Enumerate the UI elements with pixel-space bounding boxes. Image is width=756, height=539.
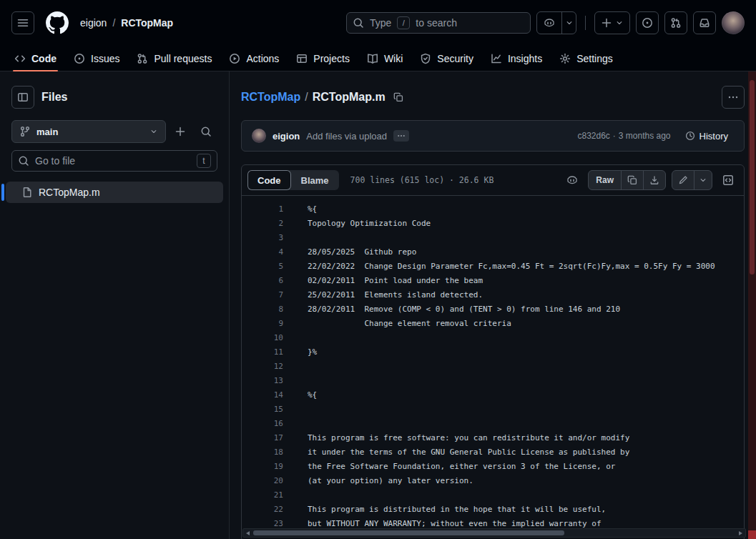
breadcrumb-owner[interactable]: eigion <box>80 17 107 29</box>
line-number[interactable]: 11 <box>242 345 283 360</box>
copilot-icon <box>544 17 555 29</box>
inbox-button[interactable] <box>693 11 716 34</box>
global-search-input[interactable]: Type / to search <box>346 12 531 34</box>
download-button[interactable] <box>643 171 665 189</box>
tab-projects[interactable]: Projects <box>288 46 358 71</box>
line-content <box>283 488 308 503</box>
settings-gear-icon <box>559 53 571 64</box>
code-icon <box>14 53 26 64</box>
line-number[interactable]: 13 <box>242 374 283 388</box>
history-clock-icon <box>685 131 695 141</box>
commit-author-avatar[interactable] <box>252 129 266 143</box>
copilot-button[interactable] <box>537 12 561 34</box>
commit-author[interactable]: eigion <box>273 131 300 142</box>
add-file-button[interactable] <box>169 120 192 143</box>
file-breadcrumb-repo[interactable]: RCTopMap <box>241 91 300 104</box>
line-number[interactable]: 3 <box>242 231 283 245</box>
edit-dropdown-button[interactable] <box>694 171 712 189</box>
user-avatar[interactable] <box>722 11 745 34</box>
tab-issues[interactable]: Issues <box>65 46 128 71</box>
line-number[interactable]: 6 <box>242 274 283 288</box>
line-number[interactable]: 19 <box>242 460 283 474</box>
line-number[interactable]: 20 <box>242 474 283 488</box>
line-content: 28/05/2025 Github repo <box>283 245 416 259</box>
edit-group <box>672 170 712 190</box>
horizontal-scrollbar[interactable] <box>242 528 746 538</box>
line-number[interactable]: 10 <box>242 331 283 345</box>
tab-pull-requests[interactable]: Pull requests <box>128 46 220 71</box>
tab-wiki[interactable]: Wiki <box>358 46 411 71</box>
tab-settings[interactable]: Settings <box>551 46 622 71</box>
line-content <box>283 360 308 374</box>
create-new-button[interactable] <box>594 11 630 34</box>
scroll-right-arrow-icon[interactable] <box>739 531 742 535</box>
edit-button[interactable] <box>672 171 694 189</box>
slash-key-badge: / <box>397 16 410 29</box>
history-button[interactable]: History <box>679 126 734 146</box>
line-number[interactable]: 15 <box>242 402 283 417</box>
line-content: 28/02/2011 Remove (COMP < 0) and (TENT >… <box>283 302 620 317</box>
branch-selector[interactable]: main <box>11 120 166 143</box>
plus-icon <box>601 17 612 29</box>
line-number[interactable]: 8 <box>242 302 283 317</box>
line-number[interactable]: 16 <box>242 417 283 431</box>
commit-message[interactable]: Add files via upload <box>306 131 387 142</box>
copilot-file-button[interactable] <box>562 170 582 190</box>
commit-sha[interactable]: c832d6c <box>577 131 609 141</box>
line-number[interactable]: 2 <box>242 217 283 231</box>
copilot-icon <box>566 174 578 186</box>
vertical-scrollbar[interactable] <box>748 71 756 539</box>
collapse-file-tree-button[interactable] <box>11 86 34 109</box>
code-line: 17This program is free software: you can… <box>242 431 744 445</box>
line-number[interactable]: 9 <box>242 317 283 331</box>
file-tree-item[interactable]: RCTopMap.m <box>6 182 223 203</box>
line-number[interactable]: 21 <box>242 488 283 503</box>
tab-security[interactable]: Security <box>411 46 482 71</box>
your-pull-requests-button[interactable] <box>664 11 687 34</box>
line-number[interactable]: 18 <box>242 445 283 460</box>
commit-message-expand-button[interactable] <box>393 130 409 142</box>
line-number[interactable]: 4 <box>242 245 283 259</box>
line-number[interactable]: 17 <box>242 431 283 445</box>
line-number[interactable]: 14 <box>242 388 283 402</box>
tab-actions[interactable]: Actions <box>220 46 288 71</box>
scrollbar-corner <box>748 530 756 539</box>
your-issues-button[interactable] <box>636 11 659 34</box>
latest-commit-bar: eigion Add files via upload c832d6c · 3 … <box>241 120 745 152</box>
line-content: the Free Software Foundation, either ver… <box>283 460 615 474</box>
line-number[interactable]: 5 <box>242 259 283 274</box>
line-content: 22/02/2022 Change Design Parameter Fc,ma… <box>283 259 715 274</box>
code-line: 14%{ <box>242 388 744 402</box>
blame-view-button[interactable]: Blame <box>291 170 339 190</box>
scroll-left-arrow-icon[interactable] <box>246 531 250 535</box>
hamburger-menu-button[interactable] <box>11 11 34 34</box>
more-options-button[interactable] <box>722 86 745 109</box>
horizontal-scrollbar-thumb[interactable] <box>253 530 564 535</box>
line-number[interactable]: 12 <box>242 360 283 374</box>
header-divider <box>585 16 586 30</box>
header-breadcrumb: eigion / RCTopMap <box>80 17 173 29</box>
wiki-icon <box>367 53 378 64</box>
hamburger-icon <box>17 17 29 29</box>
line-number[interactable]: 7 <box>242 288 283 302</box>
tab-insights[interactable]: Insights <box>482 46 551 71</box>
github-logo[interactable] <box>46 11 69 34</box>
search-placeholder-prefix: Type <box>370 17 391 29</box>
line-number[interactable]: 22 <box>242 503 283 517</box>
repo-nav: Code Issues Pull requests Actions Projec… <box>0 46 756 71</box>
tab-code[interactable]: Code <box>6 46 65 71</box>
go-to-file-input[interactable]: Go to file t <box>11 150 217 172</box>
copy-file-button[interactable] <box>621 171 643 189</box>
symbols-panel-button[interactable] <box>718 170 738 190</box>
breadcrumb-repo[interactable]: RCTopMap <box>121 17 173 29</box>
code-line: 9 Change element removal criteria <box>242 317 744 331</box>
vertical-scrollbar-thumb[interactable] <box>750 80 755 275</box>
tab-label: Actions <box>246 53 279 64</box>
line-number[interactable]: 1 <box>242 202 283 217</box>
code-view-button[interactable]: Code <box>247 170 291 190</box>
copy-path-button[interactable] <box>390 89 407 106</box>
copilot-dropdown-button[interactable] <box>561 12 576 34</box>
raw-button[interactable]: Raw <box>589 171 621 189</box>
search-this-repo-button[interactable] <box>195 120 217 143</box>
line-content <box>283 331 308 345</box>
